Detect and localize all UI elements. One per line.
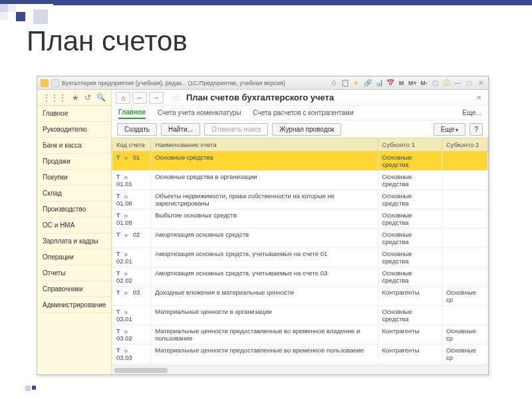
sidebar-item-0[interactable]: Главное — [37, 106, 111, 122]
sidebar-item-7[interactable]: ОС и НМА — [37, 217, 111, 233]
window-title: Бухгалтерия предприятия (учебная), редак… — [62, 80, 285, 86]
sidebar-item-11[interactable]: Справочники — [37, 281, 111, 297]
apps-icon[interactable]: ⋮⋮⋮ — [43, 93, 66, 102]
close-button[interactable]: ✕ — [476, 78, 485, 87]
main-area: ⌂ ← → ☆ План счетов бухгалтерского учета… — [112, 90, 488, 374]
table-row[interactable]: Tо 01.01Основные средства в организацииО… — [112, 171, 488, 190]
tab-counterparties[interactable]: Счета расчетов с контрагентами — [253, 107, 354, 118]
table-row[interactable]: Tо 03.01Материальные ценности в организа… — [112, 306, 488, 325]
find-button[interactable]: Найти... — [161, 123, 200, 136]
accounts-grid[interactable]: Код счета Наименование счета Субконто 1 … — [112, 138, 488, 365]
history-icon[interactable]: ↺ — [84, 93, 91, 102]
m-minus-button[interactable]: M- — [420, 78, 428, 87]
star-icon[interactable]: ★ — [72, 93, 79, 102]
print-icon[interactable]: ⎙ — [329, 78, 338, 87]
table-row[interactable]: Tо 03Доходные вложения в материальные це… — [112, 287, 488, 306]
copy-icon[interactable]: 📋 — [340, 78, 349, 87]
sidebar-item-5[interactable]: Склад — [37, 186, 111, 201]
favorites-icon[interactable]: ★ — [352, 78, 360, 87]
more-button[interactable]: Еще — [434, 123, 466, 136]
page-title: План счетов бухгалтерского учета — [186, 92, 334, 102]
slide-decoration-bottom — [32, 386, 36, 390]
m-button[interactable]: M — [397, 78, 406, 87]
create-button[interactable]: Создать — [117, 123, 157, 136]
col-code[interactable]: Код счета — [112, 138, 151, 152]
back-button[interactable]: ← — [132, 92, 147, 104]
slide-decoration-bottom — [25, 386, 31, 391]
view-icon[interactable]: ▢ — [431, 78, 440, 87]
m-plus-button[interactable]: M+ — [408, 78, 417, 87]
sidebar-top-icons: ⋮⋮⋮ ★ ↺ 🔍 — [37, 90, 111, 106]
table-row[interactable]: Tо 02.01Амортизация основных средств, уч… — [112, 248, 488, 267]
slide-title: План счетов — [27, 25, 188, 57]
col-sub1[interactable]: Субконто 1 — [378, 138, 442, 152]
sidebar-item-3[interactable]: Продажи — [37, 154, 111, 170]
top-nav: ⌂ ← → ☆ План счетов бухгалтерского учета… — [112, 90, 488, 106]
table-row[interactable]: Tо 03.03Материальные ценности предоставл… — [112, 344, 488, 364]
sidebar-item-8[interactable]: Зарплата и кадры — [37, 233, 111, 249]
help-button[interactable]: ? — [469, 123, 483, 136]
app-window: Бухгалтерия предприятия (учебная), редак… — [37, 76, 489, 375]
link-icon[interactable]: 🔗 — [363, 78, 372, 87]
col-sub2[interactable]: Субконто 2 — [442, 138, 487, 152]
table-row[interactable]: Tо 02.02Амортизация основных средств, уч… — [112, 267, 488, 287]
toolbar: Создать Найти... Отменить поиск Журнал п… — [112, 120, 488, 138]
slide-decoration — [0, 0, 532, 20]
sidebar-item-12[interactable]: Администрирование — [37, 297, 111, 313]
window-titlebar: Бухгалтерия предприятия (учебная), редак… — [37, 76, 488, 90]
search-icon[interactable]: 🔍 — [96, 93, 106, 102]
forward-button[interactable]: → — [149, 92, 164, 104]
tab-nomenclature[interactable]: Счета учета номенклатуры — [158, 107, 241, 118]
app-icon — [41, 79, 49, 87]
tabs-more[interactable]: Еще... — [462, 109, 481, 116]
sidebar: ⋮⋮⋮ ★ ↺ 🔍 ГлавноеРуководителюБанк и касс… — [37, 90, 112, 374]
horizontal-scrollbar[interactable] — [112, 365, 488, 374]
table-row[interactable]: Tо 03.02Материальные ценности предоставл… — [112, 325, 488, 344]
sidebar-item-4[interactable]: Покупки — [37, 170, 111, 186]
col-name[interactable]: Наименование счета — [151, 138, 378, 152]
sidebar-item-6[interactable]: Производство — [37, 201, 111, 217]
journal-button[interactable]: Журнал проводок — [272, 123, 341, 136]
cancel-find-button[interactable]: Отменить поиск — [204, 123, 268, 136]
fav-page-icon[interactable]: ☆ — [170, 92, 182, 104]
calendar-icon[interactable]: 📅 — [386, 78, 394, 87]
table-row[interactable]: Tо 02Амортизация основных средствОсновны… — [112, 229, 488, 248]
tab-main[interactable]: Главное — [118, 106, 146, 119]
table-row[interactable]: Tо 01.09Выбытие основных средствОсновные… — [112, 209, 488, 229]
titlebar-back-button[interactable] — [51, 79, 59, 87]
sidebar-item-1[interactable]: Руководителю — [37, 122, 111, 138]
sidebar-item-10[interactable]: Отчеты — [37, 265, 111, 281]
info-icon[interactable]: ⓘ — [442, 78, 451, 87]
sidebar-item-2[interactable]: Банк и касса — [37, 138, 111, 154]
close-page-button[interactable]: × — [473, 92, 484, 102]
table-row[interactable]: Tо 01Основные средстваОсновные средства — [112, 152, 488, 171]
calc-icon[interactable]: 📊 — [374, 78, 383, 87]
page-tabs: Главное Счета учета номенклатуры Счета р… — [112, 106, 488, 120]
table-row[interactable]: Tо 01.08Объекты недвижимости, права собс… — [112, 190, 488, 209]
maximize-button[interactable]: □ — [465, 78, 473, 87]
home-button[interactable]: ⌂ — [116, 92, 130, 104]
minimize-button[interactable]: — — [454, 78, 462, 87]
sidebar-item-9[interactable]: Операции — [37, 249, 111, 265]
